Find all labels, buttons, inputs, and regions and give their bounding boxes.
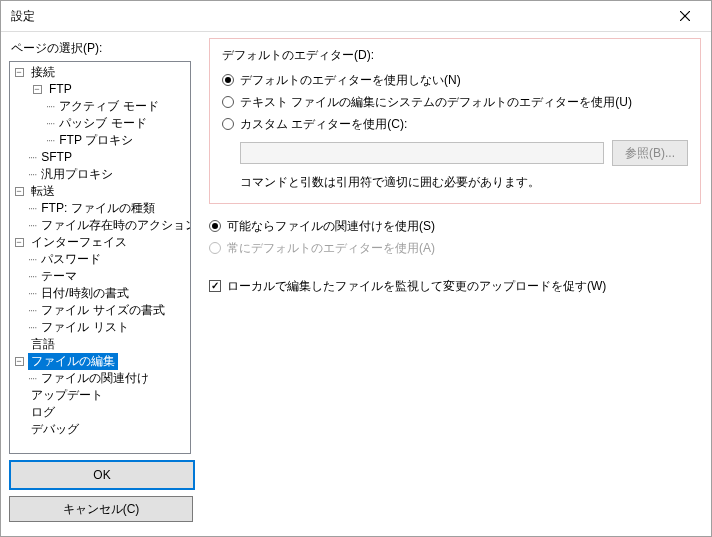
left-pane: ページの選択(P): −接続 −FTP ····アクティブ モード ····パッ… xyxy=(1,32,199,536)
radio-icon xyxy=(222,118,234,130)
radio-icon xyxy=(222,74,234,86)
tree-generic-proxy[interactable]: ····汎用プロキシ xyxy=(10,166,190,183)
close-icon xyxy=(680,11,690,21)
radio-no-default[interactable]: デフォルトのエディターを使用しない(N) xyxy=(222,70,688,90)
tree-ftp[interactable]: −FTP xyxy=(10,81,190,98)
tree-filelist[interactable]: ····ファイル リスト xyxy=(10,319,190,336)
check-watch-local[interactable]: ローカルで編集したファイルを監視して変更のアップロードを促す(W) xyxy=(209,276,701,296)
cancel-button[interactable]: キャンセル(C) xyxy=(9,496,193,522)
titlebar: 設定 xyxy=(1,1,711,32)
tree-passive-mode[interactable]: ····パッシブ モード xyxy=(10,115,190,132)
dialog-body: ページの選択(P): −接続 −FTP ····アクティブ モード ····パッ… xyxy=(1,32,711,536)
radio-custom-editor[interactable]: カスタム エディターを使用(C): xyxy=(222,114,688,134)
tree-filesize[interactable]: ····ファイル サイズの書式 xyxy=(10,302,190,319)
tree-active-mode[interactable]: ····アクティブ モード xyxy=(10,98,190,115)
tree-debug[interactable]: デバッグ xyxy=(10,421,190,438)
radio-use-assoc[interactable]: 可能ならファイルの関連付けを使用(S) xyxy=(209,216,701,236)
tree-language[interactable]: 言語 xyxy=(10,336,190,353)
radio-icon xyxy=(222,96,234,108)
tree-log[interactable]: ログ xyxy=(10,404,190,421)
tree-file-edit[interactable]: −ファイルの編集 xyxy=(10,353,190,370)
ok-button[interactable]: OK xyxy=(9,460,195,490)
tree-transfer[interactable]: −転送 xyxy=(10,183,190,200)
close-button[interactable] xyxy=(665,1,705,31)
tree-file-exists[interactable]: ····ファイル存在時のアクション xyxy=(10,217,190,234)
tree-password[interactable]: ····パスワード xyxy=(10,251,190,268)
settings-dialog: { "title": "設定", "left": { "label": "ページ… xyxy=(0,0,712,537)
right-pane: デフォルトのエディター(D): デフォルトのエディターを使用しない(N) テキス… xyxy=(199,32,711,536)
tree-ftp-filetypes[interactable]: ····FTP: ファイルの種類 xyxy=(10,200,190,217)
tree-interface[interactable]: −インターフェイス xyxy=(10,234,190,251)
radio-icon xyxy=(209,220,221,232)
default-editor-group: デフォルトのエディター(D): デフォルトのエディターを使用しない(N) テキス… xyxy=(209,38,701,204)
page-select-label: ページの選択(P): xyxy=(11,40,191,57)
settings-tree[interactable]: −接続 −FTP ····アクティブ モード ····パッシブ モード ····… xyxy=(9,61,191,454)
custom-editor-row: 参照(B)... xyxy=(222,140,688,166)
default-editor-label: デフォルトのエディター(D): xyxy=(222,47,688,64)
tree-datetime[interactable]: ····日付/時刻の書式 xyxy=(10,285,190,302)
browse-button[interactable]: 参照(B)... xyxy=(612,140,688,166)
tree-update[interactable]: アップデート xyxy=(10,387,190,404)
window-title: 設定 xyxy=(11,8,665,25)
tree-ftp-proxy[interactable]: ····FTP プロキシ xyxy=(10,132,190,149)
radio-always-default: 常にデフォルトのエディターを使用(A) xyxy=(209,238,701,258)
radio-icon xyxy=(209,242,221,254)
radio-system-default[interactable]: テキスト ファイルの編集にシステムのデフォルトのエディターを使用(U) xyxy=(222,92,688,112)
tree-connection[interactable]: −接続 xyxy=(10,64,190,81)
checkbox-icon xyxy=(209,280,221,292)
quote-hint: コマンドと引数は引用符で適切に囲む必要があります。 xyxy=(222,174,688,191)
tree-file-assoc[interactable]: ····ファイルの関連付け xyxy=(10,370,190,387)
custom-editor-input[interactable] xyxy=(240,142,604,164)
dialog-buttons: OK キャンセル(C) xyxy=(9,460,191,528)
tree-sftp[interactable]: ····SFTP xyxy=(10,149,190,166)
tree-theme[interactable]: ····テーマ xyxy=(10,268,190,285)
